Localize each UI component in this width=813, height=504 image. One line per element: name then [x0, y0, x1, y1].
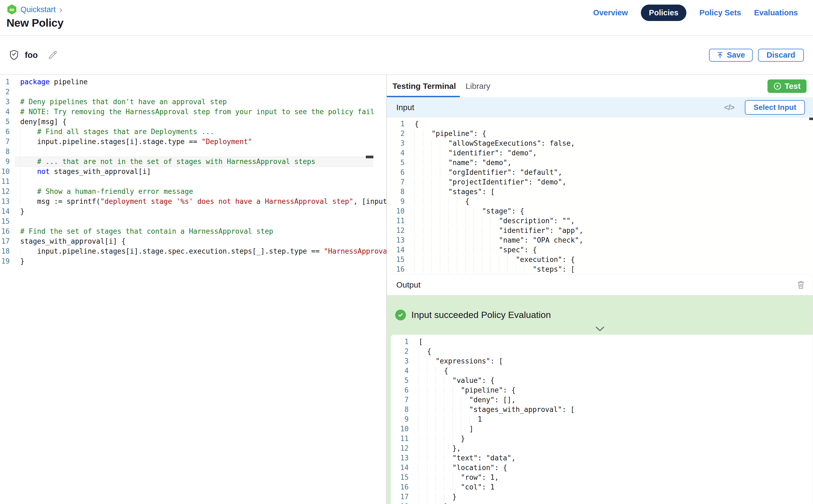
expand-result-button[interactable]: [595, 326, 605, 332]
breadcrumb-link-quickstart[interactable]: Quickstart: [20, 5, 56, 14]
line-number: 3: [391, 356, 409, 366]
code-line: 11 "description": "",: [387, 216, 813, 226]
tab-library[interactable]: Library: [462, 75, 494, 97]
line-number: 16: [391, 482, 409, 492]
trash-icon: [797, 280, 805, 289]
code-line: 6 "pipeline": {: [391, 385, 813, 395]
code-line: 5 "name": "demo",: [387, 158, 813, 167]
code-line: 15: [0, 216, 373, 226]
test-label: Test: [785, 82, 801, 91]
code-line: 3# Deny pipelines that don't have an app…: [0, 97, 373, 107]
line-number: 10: [391, 424, 409, 434]
line-number: 15: [387, 255, 404, 264]
line-number: 9: [387, 197, 404, 206]
code-line: 2: [0, 87, 373, 97]
line-number: 16: [387, 264, 404, 274]
nav-item-overview[interactable]: Overview: [593, 8, 628, 17]
code-line: 12 },: [391, 443, 813, 453]
edit-name-button[interactable]: [47, 50, 58, 60]
breadcrumb: ∞ Quickstart ›: [7, 4, 63, 15]
evaluation-result-text: Input succeeded Policy Evaluation: [412, 310, 551, 320]
save-button[interactable]: Save: [709, 49, 753, 62]
code-line: 7 "deny": [],: [391, 395, 813, 405]
line-number: 13: [0, 197, 10, 207]
code-line: 19}: [0, 256, 373, 266]
code-line: 13 "text": "data",: [391, 453, 813, 463]
tab-testing-terminal[interactable]: Testing Terminal: [387, 75, 460, 97]
discard-label: Discard: [767, 51, 795, 59]
code-line: 16 "col": 1: [391, 482, 813, 492]
code-line: 14 "spec": {: [387, 245, 813, 255]
code-line: 5 "value": {: [391, 376, 813, 385]
code-line: 6 "orgIdentifier": "default",: [387, 167, 813, 177]
select-input-button[interactable]: Select Input: [745, 100, 805, 115]
code-line: 12 "identifier": "app",: [387, 226, 813, 235]
line-number: 18: [0, 246, 10, 256]
line-number: 14: [0, 207, 10, 216]
nav-item-policy-sets[interactable]: Policy Sets: [699, 8, 741, 17]
line-number: 15: [0, 216, 10, 226]
policy-code-editor[interactable]: 1package pipeline23# Deny pipelines that…: [0, 75, 387, 504]
code-line: 4 {: [391, 366, 813, 376]
discard-button[interactable]: Discard: [758, 49, 804, 62]
line-number: 4: [0, 107, 10, 117]
output-section: Output Input: [387, 274, 813, 504]
code-line: 2 "pipeline": {: [387, 129, 813, 138]
line-number: 13: [391, 453, 409, 463]
terminal-tabs: Testing Terminal Library Test: [387, 75, 813, 97]
line-number: 6: [0, 127, 10, 137]
line-number: 11: [387, 216, 404, 226]
code-view-icon[interactable]: </>: [724, 103, 734, 112]
page-header: ∞ Quickstart › New Policy Overview Polic…: [0, 0, 813, 36]
play-circle-icon: [773, 82, 781, 90]
test-button[interactable]: Test: [767, 79, 807, 93]
line-number: 14: [387, 245, 404, 255]
code-line: 17stages_with_approval[i] {: [0, 236, 373, 246]
line-number: 12: [387, 226, 404, 235]
nav-item-policies[interactable]: Policies: [641, 5, 687, 21]
code-line: 18 input.pipeline.stages[i].stage.spec.e…: [0, 246, 373, 256]
code-line: 18 }: [391, 502, 813, 504]
line-number: 2: [391, 347, 409, 356]
shield-check-icon: [9, 50, 19, 61]
code-line: 7 input.pipeline.stages[i].stage.type ==…: [0, 137, 373, 147]
line-number: 15: [391, 473, 409, 482]
evaluation-result-banner: Input succeeded Policy Evaluation: [387, 295, 813, 335]
top-nav: Overview Policies Policy Sets Evaluation…: [593, 0, 813, 35]
line-number: 2: [387, 129, 404, 138]
code-line: 13 msg := sprintf("deployment stage '%s'…: [0, 197, 373, 207]
success-check-icon: [395, 310, 406, 320]
code-line: 11: [0, 177, 373, 187]
clear-output-button[interactable]: [797, 280, 805, 289]
code-line: 5deny[msg] {: [0, 117, 373, 127]
upload-icon: [717, 52, 724, 59]
code-line: 7 "projectIdentifier": "demo",: [387, 177, 813, 187]
nav-item-evaluations[interactable]: Evaluations: [754, 8, 798, 17]
line-number: 14: [391, 463, 409, 473]
line-number: 18: [391, 502, 409, 504]
line-number: 8: [0, 147, 10, 157]
code-line: 2 {: [391, 347, 813, 356]
code-line: 6 # Find all stages that are Deployments…: [0, 127, 373, 137]
output-json-viewer: 1[2 {3 "expressions": [4 {5 "value": {6 …: [391, 335, 813, 504]
line-number: 17: [0, 236, 10, 246]
code-line: 14}: [0, 207, 373, 216]
code-line: 1package pipeline: [0, 77, 373, 87]
code-line: 16 "steps": [: [387, 264, 813, 274]
line-number: 7: [391, 395, 409, 405]
page-title: New Policy: [6, 17, 63, 29]
input-json-editor[interactable]: 1{2 "pipeline": {3 "allowStageExecutions…: [387, 118, 813, 274]
chevron-down-icon: [595, 329, 605, 333]
code-line: 3 "expressions": [: [391, 356, 813, 366]
code-line: 10 "stage": {: [387, 206, 813, 216]
code-line: 12 # Show a human-friendly error message: [0, 187, 373, 197]
code-line: 10 ]: [391, 424, 813, 434]
code-line: 4# NOTE: Try removing the HarnessApprova…: [0, 107, 373, 117]
line-number: 2: [0, 87, 10, 97]
input-label: Input: [396, 103, 414, 112]
policy-toolbar: foo Save Discard: [0, 36, 813, 75]
code-line: 15 "row": 1,: [391, 473, 813, 482]
code-line: 1{: [387, 119, 813, 129]
output-label: Output: [396, 280, 421, 289]
code-line: 9 # ... that are not in the set of stage…: [0, 157, 373, 167]
